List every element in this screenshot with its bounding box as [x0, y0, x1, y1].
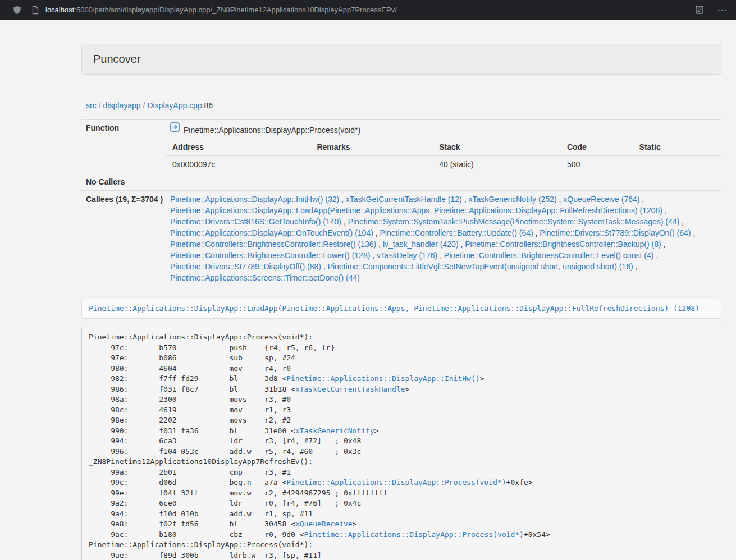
symbol-link[interactable]: Pinetime::Applications::DisplayApp::Proc… — [286, 478, 506, 486]
callee-link[interactable]: Pinetime::Controllers::BrightnessControl… — [444, 251, 653, 260]
toolbar-right: ⋯ — [696, 4, 736, 15]
callee-link[interactable]: vTaskDelay (176) — [377, 251, 437, 260]
symbol-link[interactable]: xTaskGetCurrentTaskHandle — [295, 385, 405, 393]
callee-separator: , — [557, 195, 564, 204]
callee-separator: , — [437, 251, 444, 260]
callee-link[interactable]: xQueueReceive (764) — [563, 195, 639, 204]
symbol-link[interactable]: Pinetime::Applications::DisplayApp::Init… — [286, 374, 479, 383]
callees-list: Pinetime::Applications::DisplayApp::Init… — [166, 191, 721, 287]
breadcrumb-line-number: :86 — [202, 101, 213, 110]
callee-separator: , — [653, 251, 658, 260]
no-callers-cell — [166, 173, 721, 191]
stats-cell: Address Remarks Stack Code Static 0x0000… — [166, 139, 721, 173]
function-name: Pinetime::Applications::DisplayApp::Proc… — [184, 126, 360, 135]
callees-row: Callees (19, Σ=3704 ) Pinetime::Applicat… — [81, 191, 721, 287]
callee-link[interactable]: Pinetime::Controllers::BrightnessControl… — [170, 251, 370, 260]
no-callers-label: No Callers — [81, 173, 166, 191]
stats-header-remarks: Remarks — [310, 139, 432, 155]
breadcrumb: src/displayapp/DisplayApp.cpp:86 — [81, 91, 721, 118]
callee-separator: , — [321, 262, 328, 271]
function-label: Function — [81, 120, 166, 139]
url-host: localhost — [45, 6, 74, 14]
callee-link[interactable]: Pinetime::Components::LittleVgl::SetNewT… — [328, 262, 633, 271]
callee-link[interactable]: Pinetime::Applications::DisplayApp::Init… — [170, 195, 339, 204]
callee-link[interactable]: Pinetime::Controllers::Battery::Update()… — [380, 228, 533, 237]
stats-row-label-spacer — [81, 139, 166, 173]
page-info-icon[interactable] — [31, 6, 39, 15]
page-header: Puncover — [81, 44, 721, 75]
disassembly-code: Pinetime::Applications::DisplayApp::Proc… — [81, 327, 721, 560]
stats-value-static — [633, 155, 721, 173]
symbol-link[interactable]: xQueueReceive — [295, 520, 353, 528]
callee-link[interactable]: Pinetime::Applications::Screens::Timer::… — [170, 273, 360, 282]
stats-value-remarks — [310, 155, 432, 173]
stats-value-stack: 40 (static) — [432, 155, 560, 173]
callee-link[interactable]: Pinetime::Applications::DisplayApp::OnTo… — [170, 228, 373, 237]
callee-link[interactable]: lv_task_handler (420) — [383, 240, 459, 249]
stats-header-stack: Stack — [432, 139, 560, 155]
browser-chrome: localhost:5000/path/src/displayapp/Displ… — [0, 0, 736, 20]
callee-link[interactable]: Pinetime::System::SystemTask::PushMessag… — [348, 217, 680, 226]
stats-header-row: Address Remarks Stack Code Static — [166, 139, 721, 155]
callee-separator: , — [459, 240, 465, 249]
callee-link[interactable]: Pinetime::Drivers::St7789::DisplayOn() (… — [540, 228, 691, 237]
reader-mode-icon[interactable] — [696, 6, 703, 14]
callee-separator: , — [341, 217, 348, 226]
callee-separator: , — [662, 206, 667, 215]
callee-link[interactable]: Pinetime::Controllers::BrightnessControl… — [465, 240, 661, 249]
stats-value-address: 0x0000097c — [166, 155, 310, 173]
stats-header-code: Code — [560, 139, 633, 155]
callee-link[interactable]: xTaskGenericNotify (252) — [468, 195, 556, 204]
stats-table: Address Remarks Stack Code Static 0x0000… — [166, 139, 721, 173]
callee-separator: , — [373, 228, 380, 237]
symbol-link[interactable]: Pinetime::Applications::DisplayApp::Proc… — [304, 530, 524, 539]
function-name-cell: Pinetime::Applications::DisplayApp::Proc… — [166, 120, 721, 139]
highlighted-symbol-panel: Pinetime::Applications::DisplayApp::Load… — [81, 299, 721, 319]
breadcrumb-item-displayapp[interactable]: displayapp — [103, 101, 141, 110]
browser-menu-icon[interactable]: ⋯ — [717, 4, 728, 15]
callee-link[interactable]: Pinetime::Drivers::Cst816S::GetTouchInfo… — [170, 217, 341, 226]
function-row: Function Pinetime::Applications::Display… — [81, 120, 721, 139]
callee-separator: , — [661, 240, 666, 249]
callee-separator: , — [633, 262, 638, 271]
breadcrumb-separator: / — [97, 101, 103, 110]
callee-separator: , — [691, 228, 696, 237]
callee-separator: , — [462, 195, 469, 204]
page-title: Puncover — [93, 53, 710, 66]
stats-value-row: 0x0000097c 40 (static) 500 — [166, 155, 721, 173]
highlighted-symbol-link[interactable]: Pinetime::Applications::DisplayApp::Load… — [89, 304, 700, 313]
url-path: :5000/path/src/displayapp/DisplayApp.cpp… — [74, 6, 397, 14]
callee-link[interactable]: Pinetime::Drivers::St7789::DisplayOff() … — [170, 262, 321, 271]
callee-separator: , — [639, 195, 644, 204]
callee-separator: , — [533, 228, 540, 237]
tracking-protection-shield-icon[interactable] — [13, 6, 21, 15]
callee-link[interactable]: Pinetime::Controllers::BrightnessControl… — [170, 240, 376, 249]
stats-value-code: 500 — [560, 155, 633, 173]
no-callers-row: No Callers — [81, 173, 721, 191]
callee-separator: , — [370, 251, 377, 260]
callee-separator: , — [339, 195, 346, 204]
callee-link[interactable]: xTaskGetCurrentTaskHandle (12) — [346, 195, 462, 204]
breadcrumb-item-src[interactable]: src — [86, 101, 97, 110]
function-detail-table: Function Pinetime::Applications::Display… — [81, 119, 721, 286]
stats-header-static: Static — [633, 139, 721, 155]
breadcrumb-item-file[interactable]: DisplayApp.cpp — [147, 101, 202, 110]
callee-separator: , — [376, 240, 383, 249]
url-bar[interactable]: localhost:5000/path/src/displayapp/Displ… — [45, 6, 696, 14]
function-icon — [170, 122, 180, 135]
breadcrumb-separator: / — [141, 101, 148, 110]
stats-header-address: Address — [166, 139, 310, 155]
callees-label: Callees (19, Σ=3704 ) — [81, 191, 166, 287]
callee-link[interactable]: Pinetime::Applications::DisplayApp::Load… — [170, 206, 662, 215]
page-content: Puncover src/displayapp/DisplayApp.cpp:8… — [81, 20, 721, 560]
stats-row: Address Remarks Stack Code Static 0x0000… — [81, 139, 721, 173]
symbol-link[interactable]: xTaskGenericNotify — [295, 426, 374, 435]
callee-separator: , — [679, 217, 684, 226]
